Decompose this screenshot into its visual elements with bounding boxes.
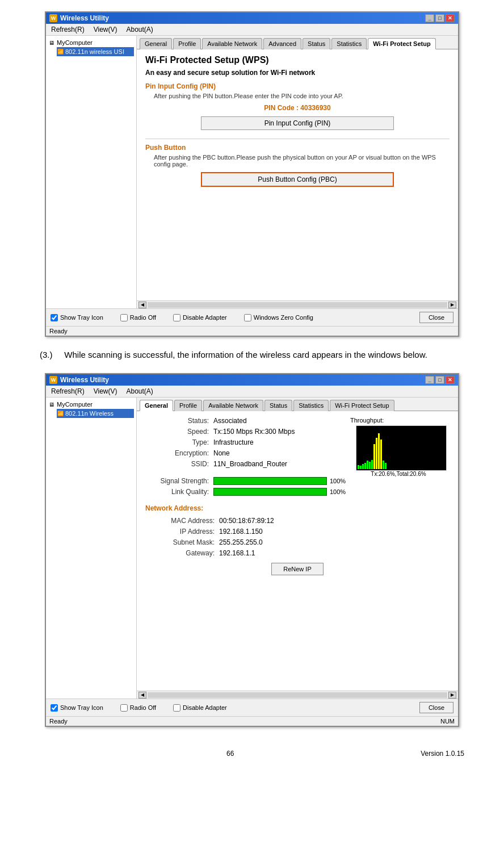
signal-percent: 100% (330, 478, 346, 484)
renew-ip-button[interactable]: ReNew IP (271, 563, 324, 575)
tab-general[interactable]: General (140, 38, 172, 49)
show-tray-icon[interactable]: Show Tray Icon (51, 314, 103, 321)
pin-desc: After pushing the PIN button.Please ente… (154, 93, 450, 99)
bar8 (373, 444, 375, 469)
link-bar-container: 100% (213, 488, 346, 496)
tab2-statistics[interactable]: Statistics (293, 400, 329, 411)
tab-statistics[interactable]: Statistics (331, 38, 367, 49)
tab-profile[interactable]: Profile (173, 38, 201, 49)
page-number: 66 (40, 750, 421, 758)
tab-wps[interactable]: Wi-Fi Protect Setup (368, 38, 435, 49)
tab-status[interactable]: Status (303, 38, 330, 49)
radio-off2[interactable]: Radio Off (120, 704, 156, 712)
sidebar2-item-mycomputer[interactable]: 🖥 MyComputer (48, 400, 134, 409)
status-row-link: Link Quality: 100% (145, 488, 450, 496)
minimize-button[interactable]: _ (425, 14, 434, 22)
close-window-button2[interactable]: ✕ (446, 376, 455, 384)
show-tray-checkbox2[interactable] (51, 704, 58, 712)
close-window-button[interactable]: ✕ (446, 14, 455, 22)
bar7 (371, 460, 373, 469)
menu2-view[interactable]: View(V) (92, 387, 119, 396)
status-text2: Ready (49, 718, 68, 725)
main-area2: 🖥 MyComputer 📶 802.11n Wireless General … (46, 398, 458, 699)
disable-adapter-checkbox2[interactable] (173, 704, 180, 712)
page-footer: 66 Version 1.0.15 (23, 738, 481, 769)
sidebar-item-wireless[interactable]: 📶 802.11n wireless USI (57, 47, 134, 56)
signal-bar (213, 477, 327, 485)
sidebar-item-mycomputer[interactable]: 🖥 MyComputer (48, 38, 134, 47)
speed-value: Tx:150 Mbps Rx:300 Mbps (213, 428, 295, 436)
show-tray-checkbox[interactable] (51, 314, 58, 321)
windows-zero-config[interactable]: Windows Zero Config (244, 314, 313, 321)
titlebar1: W Wireless Utility _ □ ✕ (46, 12, 458, 24)
body-text: (3.) While scanning is successful, the i… (23, 337, 481, 373)
bar5 (367, 461, 368, 469)
scroll-track2[interactable] (148, 692, 447, 698)
tab2-profile[interactable]: Profile (174, 400, 202, 411)
minimize-button2[interactable]: _ (425, 376, 434, 384)
disable-adapter[interactable]: Disable Adapter (173, 314, 227, 321)
scroll-right-arrow2[interactable]: ▶ (448, 692, 456, 699)
throughput-title: Throughput: (350, 417, 447, 424)
tab2-wps[interactable]: Wi-Fi Protect Setup (330, 400, 394, 411)
tab-available-network[interactable]: Available Network (202, 38, 262, 49)
titlebar2: W Wireless Utility _ □ ✕ (46, 374, 458, 386)
scroll-right-arrow[interactable]: ▶ (448, 302, 456, 308)
menu2-about[interactable]: About(A) (124, 387, 154, 396)
tab2-general[interactable]: General (140, 400, 173, 411)
link-label: Link Quality: (145, 488, 213, 496)
radio-off-checkbox[interactable] (120, 314, 128, 321)
status-row-mac: MAC Address: 00:50:18:67:89:12 (145, 517, 450, 525)
tab-advanced[interactable]: Advanced (263, 38, 301, 49)
status-content: Throughput: (137, 411, 458, 691)
pin-input-button[interactable]: Pin Input Config (PIN) (201, 116, 394, 130)
close-button2[interactable]: Close (419, 702, 453, 713)
status-value: Associated (213, 417, 247, 425)
scroll-left-arrow[interactable]: ◀ (138, 302, 146, 308)
bar3 (362, 464, 364, 469)
content-panel1: General Profile Available Network Advanc… (137, 36, 458, 308)
tab2-status[interactable]: Status (264, 400, 292, 411)
windows-zero-checkbox[interactable] (244, 314, 251, 321)
type-value: Infrastructure (213, 438, 254, 446)
bar13 (385, 463, 387, 469)
status-row-type: Type: Infrastructure (145, 438, 345, 446)
scrollbar2: ◀ ▶ (137, 691, 458, 699)
radio-off-checkbox2[interactable] (120, 704, 128, 712)
gateway-value: 192.168.1.1 (219, 549, 255, 557)
menu2-refresh[interactable]: Refresh(R) (49, 387, 86, 396)
scroll-track[interactable] (148, 302, 447, 308)
status-row-speed: Speed: Tx:150 Mbps Rx:300 Mbps (145, 428, 345, 436)
sidebar-label-mycomputer: MyComputer (57, 39, 93, 46)
status-row-ssid: SSID: 11N_Broadband_Router (145, 460, 345, 468)
show-tray-icon2[interactable]: Show Tray Icon (51, 704, 103, 712)
menu-view[interactable]: View(V) (92, 25, 119, 34)
menubar2: Refresh(R) View(V) About(A) (46, 386, 458, 398)
wps-content: Wi-Fi Protected Setup (WPS) An easy and … (137, 49, 458, 300)
close-button1[interactable]: Close (419, 312, 453, 323)
wps-subtitle: An easy and secure setup solution for Wi… (145, 69, 450, 77)
disable-adapter-label2: Disable Adapter (183, 704, 227, 711)
push-desc: After pushing the PBC button.Please push… (154, 154, 450, 168)
wireless-icon: 📶 (57, 48, 64, 55)
pin-section-title: Pin Input Config (PIN) (145, 82, 450, 90)
sidebar2-item-wireless[interactable]: 📶 802.11n Wireless (57, 409, 134, 418)
window2-title: Wireless Utility (60, 376, 109, 384)
status-row-gateway: Gateway: 192.168.1.1 (145, 549, 450, 557)
ip-value: 192.168.1.150 (219, 528, 263, 536)
app-icon: W (49, 14, 57, 22)
pbc-button[interactable]: Push Button Config (PBC) (201, 172, 394, 187)
link-bar (213, 488, 327, 496)
maximize-button[interactable]: □ (435, 14, 444, 22)
disable-adapter-checkbox[interactable] (173, 314, 180, 321)
scroll-left-arrow2[interactable]: ◀ (138, 692, 146, 699)
menu-about[interactable]: About(A) (124, 25, 154, 34)
ip-label: IP Address: (145, 528, 219, 536)
mac-label: MAC Address: (145, 517, 219, 525)
radio-off[interactable]: Radio Off (120, 314, 156, 321)
menu-refresh[interactable]: Refresh(R) (49, 25, 86, 34)
maximize-button2[interactable]: □ (435, 376, 444, 384)
disable-adapter2[interactable]: Disable Adapter (173, 704, 227, 712)
sidebar2: 🖥 MyComputer 📶 802.11n Wireless (46, 398, 137, 699)
tab2-available-network[interactable]: Available Network (203, 400, 263, 411)
